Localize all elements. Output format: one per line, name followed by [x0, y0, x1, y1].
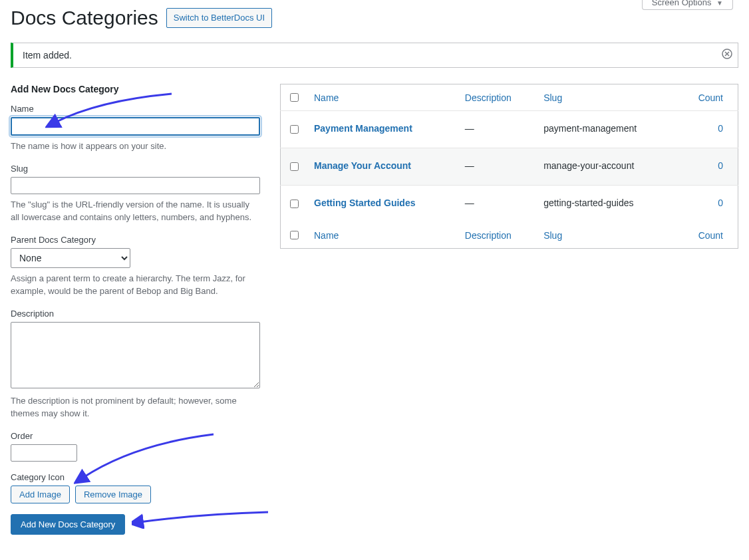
field-parent: Parent Docs Category None Assign a paren…	[11, 235, 260, 298]
order-label: Order	[11, 431, 260, 441]
name-help: The name is how it appears on your site.	[11, 140, 260, 153]
select-all-checkbox-bottom[interactable]	[290, 231, 299, 239]
notice-item-added: Item added.	[11, 43, 738, 68]
table-row: Getting Started Guides — getting-started…	[281, 186, 738, 223]
description-label: Description	[11, 309, 260, 319]
description-help: The description is not prominent by defa…	[11, 394, 260, 420]
field-order: Order	[11, 431, 260, 462]
row-checkbox[interactable]	[290, 125, 299, 134]
add-new-category-button[interactable]: Add New Docs Category	[11, 514, 125, 535]
col-header-description[interactable]: Description	[465, 92, 512, 103]
page-header: Docs Categories Switch to BetterDocs UI …	[11, 0, 738, 32]
categories-table: Name Description Slug Count Payment Mana…	[280, 84, 738, 249]
icon-label: Category Icon	[11, 472, 260, 482]
field-slug: Slug The "slug" is the URL-friendly vers…	[11, 164, 260, 224]
row-checkbox[interactable]	[290, 162, 299, 171]
row-count-link[interactable]: 0	[718, 160, 723, 171]
parent-select[interactable]: None	[11, 248, 130, 268]
remove-image-button[interactable]: Remove Image	[75, 486, 151, 503]
field-description: Description The description is not promi…	[11, 309, 260, 420]
row-count-link[interactable]: 0	[718, 123, 723, 134]
close-icon[interactable]	[722, 49, 732, 61]
row-description: —	[458, 148, 537, 186]
name-label: Name	[11, 104, 260, 114]
row-description: —	[458, 186, 537, 223]
col-footer-count[interactable]: Count	[698, 230, 723, 241]
col-footer-description[interactable]: Description	[465, 230, 512, 241]
add-category-form: Add New Docs Category Name The name is h…	[11, 84, 260, 535]
row-count-link[interactable]: 0	[718, 198, 723, 208]
row-name-link[interactable]: Getting Started Guides	[314, 198, 415, 208]
screen-options-label: Screen Options	[652, 0, 712, 7]
categories-table-wrap: Name Description Slug Count Payment Mana…	[280, 84, 738, 535]
slug-help: The "slug" is the URL-friendly version o…	[11, 198, 260, 224]
chevron-down-icon: ▼	[716, 0, 723, 7]
col-header-count[interactable]: Count	[698, 92, 723, 103]
screen-options-toggle[interactable]: Screen Options ▼	[642, 0, 733, 10]
col-footer-slug[interactable]: Slug	[543, 230, 562, 241]
form-heading: Add New Docs Category	[11, 84, 260, 94]
row-description: —	[458, 111, 537, 148]
switch-ui-button[interactable]: Switch to BetterDocs UI	[166, 8, 272, 27]
parent-label: Parent Docs Category	[11, 235, 260, 245]
row-checkbox[interactable]	[290, 200, 299, 208]
add-image-button[interactable]: Add Image	[11, 486, 70, 503]
row-name-link[interactable]: Payment Management	[314, 123, 412, 134]
annotation-arrow-icon	[132, 509, 271, 529]
slug-label: Slug	[11, 164, 260, 174]
table-row: Manage Your Account — manage-your-accoun…	[281, 148, 738, 186]
row-slug: manage-your-account	[537, 148, 676, 186]
order-input[interactable]	[11, 444, 77, 462]
page-title: Docs Categories	[11, 7, 158, 29]
slug-input[interactable]	[11, 177, 260, 194]
row-slug: getting-started-guides	[537, 186, 676, 223]
field-category-icon: Category Icon Add Image Remove Image	[11, 472, 260, 503]
col-header-slug[interactable]: Slug	[543, 92, 562, 103]
select-all-checkbox[interactable]	[290, 93, 299, 102]
notice-text: Item added.	[23, 50, 72, 61]
row-slug: payment-management	[537, 111, 676, 148]
parent-help: Assign a parent term to create a hierarc…	[11, 272, 260, 298]
field-name: Name The name is how it appears on your …	[11, 104, 260, 153]
table-row: Payment Management — payment-management …	[281, 111, 738, 148]
description-input[interactable]	[11, 322, 260, 388]
row-name-link[interactable]: Manage Your Account	[314, 160, 411, 171]
submit-row: Add New Docs Category	[11, 514, 260, 535]
col-footer-name[interactable]: Name	[314, 230, 339, 241]
col-header-name[interactable]: Name	[314, 92, 339, 103]
name-input[interactable]	[11, 117, 260, 136]
